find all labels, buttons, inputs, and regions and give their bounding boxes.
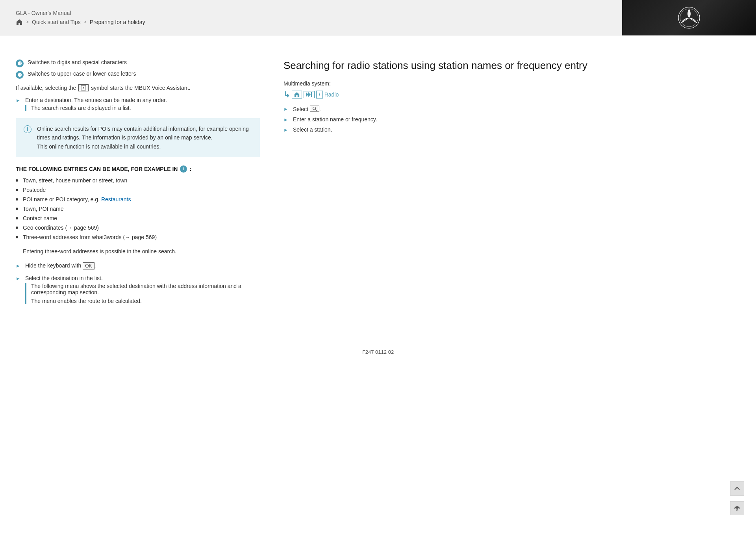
bullet-text: Postcode (23, 187, 46, 193)
bullet-text: Geo-coordinates (→ page 569) (23, 225, 99, 231)
info-box: i Online search results for POIs may con… (16, 118, 260, 157)
numbered-item-12: ⓬ Switches to upper-case or lower-case l… (16, 71, 260, 79)
breadcrumb: > Quick start and Tips > Preparing for a… (16, 19, 145, 26)
bullet-dot (16, 227, 18, 229)
list-item: Town, POI name (16, 206, 260, 212)
right-step-2: ► Enter a station name or frequency. (284, 116, 732, 123)
svg-marker-7 (306, 92, 308, 97)
main-content: ⓫ Switches to digits and special charact… (0, 43, 756, 325)
svg-rect-9 (311, 92, 312, 97)
footer: F247 0112 02 (0, 341, 756, 363)
svg-line-11 (315, 110, 317, 111)
nav-home-icon-box (292, 91, 302, 98)
section-heading: THE FOLLOWING ENTRIES CAN BE MADE, FOR E… (16, 165, 260, 173)
search-icon-box (310, 106, 319, 112)
voice-note-prefix: If available, selecting the (16, 85, 76, 91)
nav-curved-arrow: ↳ (284, 90, 290, 99)
logo-area (622, 0, 756, 35)
breadcrumb-item1[interactable]: Quick start and Tips (32, 19, 81, 25)
item12-text: Switches to upper-case or lower-case let… (28, 71, 136, 77)
ok-box: OK (83, 262, 94, 269)
item11-text: Switches to digits and special character… (28, 59, 127, 65)
right-steps: ► Select . ► Enter a station name or fre… (284, 106, 732, 133)
breadcrumb-home-icon[interactable] (16, 19, 23, 26)
arrow-text-hide-keyboard: Hide the keyboard with OK. (25, 262, 96, 269)
list-item: Three-word addresses from what3words (→ … (16, 234, 260, 240)
info-text: Online search results for POIs may conta… (37, 124, 252, 151)
breadcrumb-sep2: > (84, 19, 87, 25)
bullet-dot (16, 198, 18, 201)
bullet-text: Town, POI name (23, 206, 64, 212)
left-column: ⓫ Switches to digits and special charact… (16, 59, 260, 310)
three-word-note: Entering three-word addresses is possibl… (23, 248, 260, 254)
arrow-item-1: ► Enter a destination. The entries can b… (16, 97, 260, 111)
section-heading-text: THE FOLLOWING ENTRIES CAN BE MADE, FOR E… (16, 166, 178, 172)
scroll-up-button[interactable] (730, 481, 744, 496)
bottom-arrow-items: ► Hide the keyboard with OK. ► Select th… (16, 262, 260, 304)
svg-point-10 (313, 107, 315, 110)
arrow-items-group: ► Enter a destination. The entries can b… (16, 97, 260, 111)
info-icon: i (24, 125, 32, 133)
header: GLA - Owner's Manual > Quick start and T… (0, 0, 756, 35)
voice-symbol-box (78, 84, 89, 91)
arrow-icon-3: ► (16, 276, 20, 281)
arrow-icon-2: ► (16, 263, 20, 269)
bullet-list: Town, street, house number or street, to… (16, 177, 260, 240)
right-step-3-text: Select a station. (293, 126, 332, 133)
nav-i-icon-box: i (316, 91, 323, 98)
bullet-dot (16, 208, 18, 210)
arrow-text-1: Enter a destination. The entries can be … (25, 97, 167, 103)
app-title: GLA - Owner's Manual (16, 10, 145, 16)
nav-path: ↳ i Radio (284, 90, 732, 99)
arrow-item-select-dest: ► Select the destination in the list. Th… (16, 275, 260, 304)
list-item: Contact name (16, 215, 260, 221)
list-item: Town, street, house number or street, to… (16, 177, 260, 184)
section-heading-colon: : (189, 166, 191, 172)
bullet-dot (16, 189, 18, 191)
list-item: Geo-coordinates (→ page 569) (16, 225, 260, 231)
breadcrumb-sep1: > (26, 19, 29, 25)
numbered-item-11: ⓫ Switches to digits and special charact… (16, 59, 260, 67)
right-step-1-text: Select . (293, 106, 321, 112)
bullet-dot (16, 217, 18, 219)
arrow-subtext-1: The search results are displayed in a li… (31, 105, 167, 111)
restaurants-link[interactable]: Restaurants (101, 196, 131, 202)
select-dest-sub2: The menu enables the route to be calcula… (31, 298, 260, 304)
scroll-down-button[interactable] (730, 501, 744, 515)
bullet-text: Contact name (23, 215, 57, 221)
right-arrow-icon-3: ► (284, 127, 288, 133)
list-item: Postcode (16, 187, 260, 193)
svg-marker-8 (308, 92, 311, 97)
right-step-1: ► Select . (284, 106, 732, 112)
svg-line-3 (681, 18, 689, 23)
voice-note: If available, selecting the symbol start… (16, 84, 260, 91)
breadcrumb-item2[interactable]: Preparing for a holiday (90, 19, 145, 25)
mercedes-logo (677, 6, 701, 30)
bullet-text: Three-word addresses from what3words (→ … (23, 234, 157, 240)
svg-line-4 (689, 18, 697, 23)
footer-text: F247 0112 02 (362, 349, 394, 355)
nav-radio-text: Radio (324, 91, 339, 98)
voice-note-suffix: symbol starts the MBUX Voice Assistant. (91, 85, 190, 91)
multimedia-label: Multimedia system: (284, 80, 732, 87)
badge-11: ⓫ (16, 59, 24, 67)
arrow-item-hide-keyboard: ► Hide the keyboard with OK. (16, 262, 260, 269)
right-arrow-icon-2: ► (284, 117, 288, 123)
badge-12: ⓬ (16, 71, 24, 79)
bullet-dot (16, 236, 18, 238)
bullet-dot (16, 179, 18, 182)
right-arrow-icon-1: ► (284, 106, 288, 112)
right-step-3: ► Select a station. (284, 126, 732, 133)
select-dest-sub1: The following menu shows the selected de… (31, 283, 260, 295)
section-heading-badge: i (180, 165, 187, 173)
right-step-2-text: Enter a station name or frequency. (293, 116, 377, 123)
header-left: GLA - Owner's Manual > Quick start and T… (16, 10, 145, 26)
arrow-text-select-dest: Select the destination in the list. (25, 275, 260, 281)
right-column: Searching for radio stations using stati… (276, 59, 732, 310)
list-item: POI name or POI category, e.g. Restauran… (16, 196, 260, 202)
bullet-text: Town, street, house number or street, to… (23, 177, 127, 184)
right-section-title: Searching for radio stations using stati… (284, 59, 732, 72)
nav-ff-icon-box (304, 91, 315, 98)
bullet-text: POI name or POI category, e.g. Restauran… (23, 196, 131, 202)
arrow-icon-1: ► (16, 98, 20, 103)
